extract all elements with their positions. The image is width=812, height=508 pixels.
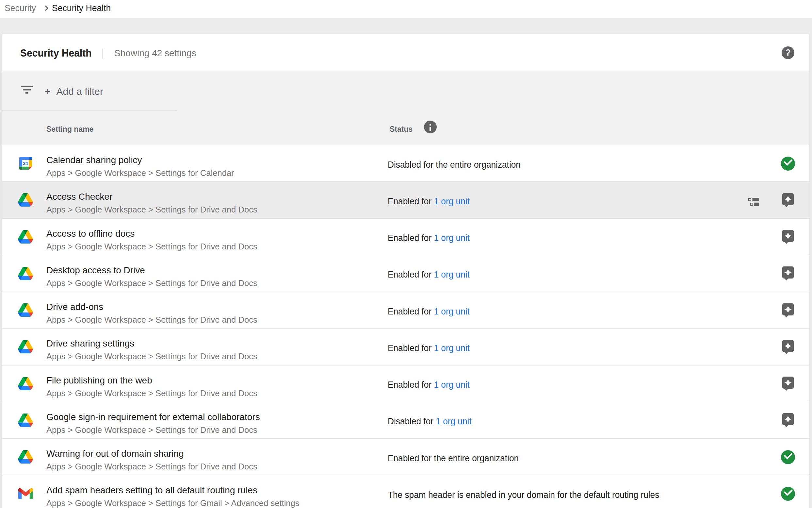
svg-text:31: 31 <box>23 161 29 166</box>
